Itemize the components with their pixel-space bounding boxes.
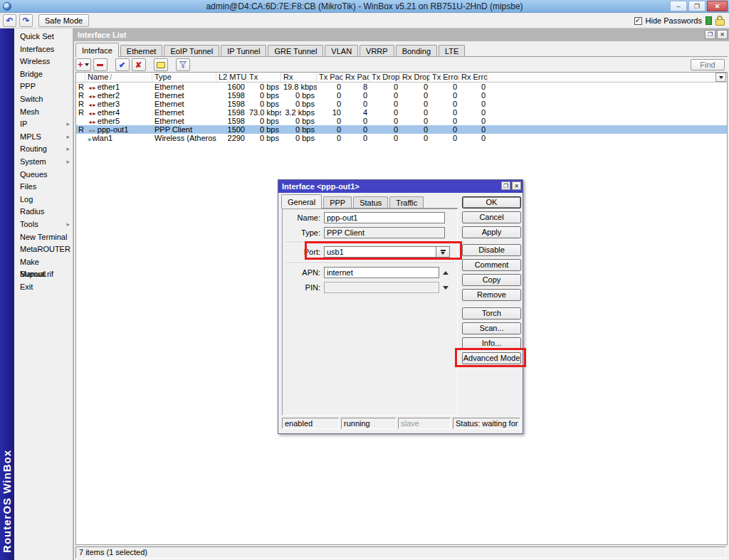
- cell-rx: 0 bps: [281, 117, 317, 125]
- tab-vlan[interactable]: VLAN: [325, 45, 358, 56]
- tab-interface[interactable]: Interface: [75, 43, 119, 57]
- ethernet-interface-icon: ◄►: [88, 85, 96, 90]
- tab-vrrp[interactable]: VRRP: [360, 45, 394, 56]
- tab-bonding[interactable]: Bonding: [396, 45, 437, 56]
- column-header-rx-pac[interactable]: Rx Pac...: [343, 73, 369, 82]
- sidebar-item-make-supout-rif[interactable]: Make Supout.rif: [14, 256, 73, 269]
- header-menu-button[interactable]: [715, 73, 726, 82]
- sidebar-item-ip[interactable]: IP▸: [14, 118, 73, 131]
- torch-button[interactable]: Torch: [462, 307, 521, 319]
- apply-button[interactable]: Apply: [462, 226, 521, 238]
- advanced-mode-button[interactable]: Advanced Mode: [462, 352, 521, 364]
- undo-button[interactable]: ↶: [3, 14, 16, 27]
- sidebar-item-routing[interactable]: Routing▸: [14, 143, 73, 156]
- redo-button[interactable]: ↷: [19, 14, 33, 27]
- remove-button[interactable]: Remove: [462, 289, 521, 301]
- sidebar: Quick SetInterfacesWirelessBridgePPPSwit…: [14, 28, 73, 560]
- scan-button[interactable]: Scan...: [462, 322, 521, 334]
- tab-eoip-tunnel[interactable]: EoIP Tunnel: [164, 45, 219, 56]
- tab-ppp[interactable]: PPP: [323, 196, 352, 208]
- cell-tx_drops: 0: [369, 117, 400, 125]
- sidebar-item-metarouter[interactable]: MetaROUTER: [14, 243, 73, 256]
- add-button[interactable]: +: [75, 58, 91, 71]
- restore-button[interactable]: ❐: [688, 1, 706, 11]
- table-row-wlan1[interactable]: ◈wlan1Wireless (Atheros 11N)22900 bps0 b…: [76, 134, 727, 142]
- remove-button[interactable]: [93, 58, 107, 71]
- ok-button[interactable]: OK: [462, 196, 521, 208]
- cancel-button[interactable]: Cancel: [462, 211, 521, 223]
- add-caret-icon: [85, 63, 89, 66]
- sidebar-item-bridge[interactable]: Bridge: [14, 68, 73, 81]
- minimize-button[interactable]: –: [670, 1, 687, 11]
- column-header-rx[interactable]: Rx: [281, 73, 317, 82]
- hide-passwords-checkbox[interactable]: ✓: [634, 17, 642, 25]
- tab-gre-tunnel[interactable]: GRE Tunnel: [268, 45, 323, 56]
- interface-list-titlebar[interactable]: Interface List: [74, 28, 729, 41]
- table-row-ether5[interactable]: ◄►ether5Ethernet15980 bps0 bps000000: [76, 117, 727, 125]
- column-header-tx-pac[interactable]: Tx Pac...: [317, 73, 343, 82]
- section-collapse-button[interactable]: [443, 271, 449, 275]
- sidebar-item-radius[interactable]: Radius: [14, 206, 73, 218]
- pin-field[interactable]: [324, 282, 439, 293]
- separator: [285, 263, 454, 264]
- sidebar-item-ppp[interactable]: PPP: [14, 80, 73, 93]
- table-row-ether4[interactable]: R◄►ether4Ethernet159873.0 kbps3.2 kbps10…: [76, 108, 727, 117]
- copy-button[interactable]: Copy: [462, 274, 521, 286]
- column-header-rx-drops[interactable]: Rx Drops: [400, 73, 430, 82]
- tab-traffic[interactable]: Traffic: [389, 196, 424, 208]
- sidebar-item-files[interactable]: Files: [14, 181, 73, 194]
- column-header-rx-errors[interactable]: Rx Errors: [459, 73, 488, 82]
- column-header-tx-errors[interactable]: Tx Errors: [430, 73, 459, 82]
- table-row-ether2[interactable]: R◄►ether2Ethernet15980 bps0 bps000000: [76, 91, 727, 100]
- port-field[interactable]: usb1: [324, 246, 436, 258]
- sidebar-item-interfaces[interactable]: Interfaces: [14, 43, 73, 56]
- info-button[interactable]: Info...: [462, 337, 521, 349]
- sidebar-item-switch[interactable]: Switch: [14, 93, 73, 106]
- sidebar-item-wireless[interactable]: Wireless: [14, 56, 73, 68]
- disable-button[interactable]: ✘: [132, 58, 146, 71]
- safe-mode-button[interactable]: Safe Mode: [38, 14, 89, 27]
- sidebar-item-quick-set[interactable]: Quick Set: [14, 31, 73, 43]
- disable-button[interactable]: Disable: [462, 244, 521, 256]
- cell-l2_mtu: 1500: [216, 125, 247, 134]
- find-button[interactable]: Find: [691, 59, 725, 70]
- sidebar-item-system[interactable]: System▸: [14, 156, 73, 169]
- column-header-flag[interactable]: [76, 73, 85, 82]
- sidebar-item-mpls[interactable]: MPLS▸: [14, 131, 73, 144]
- port-dropdown-button[interactable]: [436, 246, 450, 258]
- apn-field[interactable]: internet: [324, 267, 439, 278]
- cell-flag: R: [76, 83, 85, 91]
- sidebar-item-exit[interactable]: Exit: [14, 281, 73, 294]
- sidebar-item-tools[interactable]: Tools▸: [14, 218, 73, 231]
- cell-tx: 0 bps: [247, 117, 281, 125]
- filter-button[interactable]: [176, 58, 190, 71]
- table-row-ether1[interactable]: R◄►ether1Ethernet16000 bps19.8 kbps08000…: [76, 83, 727, 91]
- sidebar-item-mesh[interactable]: Mesh: [14, 106, 73, 119]
- interface-list-close-button[interactable]: ✕: [717, 30, 728, 39]
- sidebar-item-queues[interactable]: Queues: [14, 169, 73, 181]
- tab-lte[interactable]: LTE: [439, 45, 465, 56]
- name-field[interactable]: ppp-out1: [324, 212, 445, 223]
- tab-ip-tunnel[interactable]: IP Tunnel: [221, 45, 266, 56]
- enable-button[interactable]: ✔: [115, 58, 130, 71]
- section-expand-button[interactable]: [443, 286, 449, 290]
- sidebar-item-new-terminal[interactable]: New Terminal: [14, 231, 73, 244]
- column-header-tx-drops[interactable]: Tx Drops: [369, 73, 400, 82]
- column-header-tx[interactable]: Tx: [247, 73, 281, 82]
- table-row-ppp-out1[interactable]: R◄►ppp-out1PPP Client15000 bps0 bps00000…: [76, 125, 727, 134]
- tab-general[interactable]: General: [281, 194, 322, 208]
- close-button[interactable]: ✕: [707, 1, 728, 11]
- sidebar-item-log[interactable]: Log: [14, 194, 73, 206]
- tab-ethernet[interactable]: Ethernet: [120, 45, 163, 56]
- column-header-l2-mtu[interactable]: L2 MTU: [216, 73, 247, 82]
- cell-l2_mtu: 1598: [216, 91, 247, 100]
- tab-status[interactable]: Status: [353, 196, 388, 208]
- app-titlebar: admin@D4:CA:6D:7E:F8:CB (MikroTik) - Win…: [0, 0, 729, 13]
- table-row-ether3[interactable]: R◄►ether3Ethernet15980 bps0 bps000000: [76, 100, 727, 108]
- column-header-name[interactable]: Name/: [85, 73, 152, 82]
- sidebar-item-manual[interactable]: Manual: [14, 268, 73, 281]
- column-header-type[interactable]: Type: [152, 73, 216, 82]
- comment-button[interactable]: Comment: [462, 259, 521, 271]
- interface-list-restore-button[interactable]: ❐: [705, 30, 715, 39]
- comment-button[interactable]: [154, 58, 168, 71]
